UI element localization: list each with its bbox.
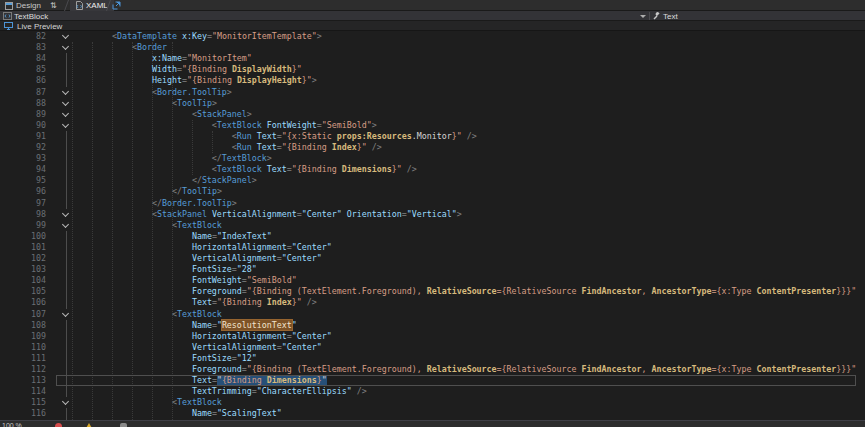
code-line-text[interactable]: Foreground="{Binding (TextElement.Foregr… (72, 286, 856, 297)
code-line[interactable]: 93 </TextBlock> (0, 153, 865, 164)
line-number[interactable]: 116 (0, 408, 46, 419)
line-number[interactable]: 114 (0, 386, 46, 397)
code-line[interactable]: 108 Name="ResolutionText" (0, 320, 865, 331)
code-line[interactable]: 113 Text="{Binding Dimensions}" (0, 375, 865, 386)
code-line[interactable]: 115 <TextBlock (0, 397, 865, 408)
code-line-text[interactable]: Text="{Binding Index}" /> (72, 297, 317, 308)
code-line[interactable]: 89 <StackPanel> (0, 109, 865, 120)
line-number[interactable]: 85 (0, 64, 46, 75)
code-line[interactable]: 98 <StackPanel VerticalAlignment="Center… (0, 209, 865, 220)
code-line-text[interactable]: Name="ScalingText" (72, 408, 282, 419)
line-number[interactable]: 91 (0, 131, 46, 142)
code-line[interactable]: 92 <Run Text="{Binding Index}" /> (0, 142, 865, 153)
element-dropdown[interactable]: TextBlock (14, 11, 48, 21)
code-line[interactable]: 114 TextTrimming="CharacterEllipsis" /> (0, 386, 865, 397)
line-number[interactable]: 82 (0, 31, 46, 42)
code-line[interactable]: 88 <ToolTip> (0, 98, 865, 109)
code-line[interactable]: 82 <DataTemplate x:Key="MonitorItemTempl… (0, 31, 865, 42)
code-line-text[interactable]: <Run Text="{Binding Index}" /> (72, 142, 382, 153)
code-line-text[interactable]: HorizontalAlignment="Center" (72, 331, 332, 342)
line-number[interactable]: 110 (0, 342, 46, 353)
line-number[interactable]: 111 (0, 353, 46, 364)
popout-window-button[interactable] (112, 1, 121, 10)
code-line[interactable]: 103 FontSize="28" (0, 264, 865, 275)
code-line-text[interactable]: <DataTemplate x:Key="MonitorItemTemplate… (72, 31, 322, 42)
code-line-text[interactable]: </Border.ToolTip> (72, 198, 237, 209)
line-number[interactable]: 95 (0, 175, 46, 186)
line-number[interactable]: 96 (0, 186, 46, 197)
code-line[interactable]: 99 <TextBlock (0, 220, 865, 231)
code-line[interactable]: 107 <TextBlock (0, 309, 865, 320)
line-number[interactable]: 89 (0, 109, 46, 120)
code-line[interactable]: 84 x:Name="MonitorItem" (0, 53, 865, 64)
line-number[interactable]: 101 (0, 242, 46, 253)
line-number[interactable]: 99 (0, 220, 46, 231)
collapse-chevron-icon[interactable] (60, 209, 72, 220)
collapse-chevron-icon[interactable] (60, 120, 72, 131)
xaml-code-editor[interactable]: 82 <DataTemplate x:Key="MonitorItemTempl… (0, 31, 865, 420)
code-line-text[interactable]: FontWeight="SemiBold" (72, 275, 297, 286)
code-line[interactable]: 94 <TextBlock Text="{Binding Dimensions}… (0, 164, 865, 175)
code-line[interactable]: 110 VerticalAlignment="Center" (0, 342, 865, 353)
code-line-text[interactable]: x:Name="MonitorItem" (72, 53, 252, 64)
line-number[interactable]: 92 (0, 142, 46, 153)
zoom-level[interactable]: 100 % (2, 422, 22, 427)
line-number[interactable]: 108 (0, 320, 46, 331)
code-line[interactable]: 106 Text="{Binding Index}" /> (0, 297, 865, 308)
code-line[interactable]: 86 Height="{Binding DisplayHeight}"> (0, 75, 865, 86)
code-line-text[interactable]: <TextBlock (72, 309, 222, 320)
code-line-text[interactable]: Width="{Binding DisplayWidth}" (72, 64, 302, 75)
code-line-text[interactable]: TextTrimming="CharacterEllipsis" /> (72, 386, 367, 397)
code-line[interactable]: 83 <Border (0, 42, 865, 53)
code-line[interactable]: 109 HorizontalAlignment="Center" (0, 331, 865, 342)
line-number[interactable]: 94 (0, 164, 46, 175)
line-number[interactable]: 106 (0, 297, 46, 308)
code-line-text[interactable]: Name="IndexText" (72, 231, 272, 242)
line-number[interactable]: 100 (0, 231, 46, 242)
code-line-text[interactable]: <Run Text="{x:Static props:Resources.Mon… (72, 131, 477, 142)
code-line[interactable]: 102 VerticalAlignment="Center" (0, 253, 865, 264)
collapse-chevron-icon[interactable] (60, 31, 72, 42)
code-line[interactable]: 101 HorizontalAlignment="Center" (0, 242, 865, 253)
code-line-text[interactable]: <Border (72, 42, 167, 53)
code-line[interactable]: 96 </ToolTip> (0, 186, 865, 197)
code-line[interactable]: 97 </Border.ToolTip> (0, 198, 865, 209)
code-line[interactable]: 100 Name="IndexText" (0, 231, 865, 242)
code-line-text[interactable]: FontSize="28" (72, 264, 257, 275)
code-line-text[interactable]: Height="{Binding DisplayHeight}"> (72, 75, 317, 86)
code-line-text[interactable]: </TextBlock> (72, 153, 272, 164)
code-line-text[interactable]: <ToolTip> (72, 98, 217, 109)
collapse-chevron-icon[interactable] (60, 397, 72, 408)
line-number[interactable]: 112 (0, 364, 46, 375)
code-line[interactable]: 91 <Run Text="{x:Static props:Resources.… (0, 131, 865, 142)
swap-panes-button[interactable]: ⇅ (50, 0, 57, 11)
code-line[interactable]: 90 <TextBlock FontWeight="SemiBold"> (0, 120, 865, 131)
line-number[interactable]: 109 (0, 331, 46, 342)
member-dropdown[interactable]: Text (663, 11, 678, 21)
line-number[interactable]: 84 (0, 53, 46, 64)
line-number[interactable]: 90 (0, 120, 46, 131)
code-line[interactable]: 95 </StackPanel> (0, 175, 865, 186)
line-number[interactable]: 87 (0, 87, 46, 98)
line-number[interactable]: 113 (0, 375, 46, 386)
code-line-text[interactable]: <TextBlock Text="{Binding Dimensions}" /… (72, 164, 417, 175)
code-line[interactable]: 112 Foreground="{Binding (TextElement.Fo… (0, 364, 865, 375)
code-line[interactable]: 85 Width="{Binding DisplayWidth}" (0, 64, 865, 75)
line-number[interactable]: 83 (0, 42, 46, 53)
line-number[interactable]: 88 (0, 98, 46, 109)
code-line[interactable]: 87 <Border.ToolTip> (0, 87, 865, 98)
code-line-text[interactable]: </ToolTip> (72, 186, 222, 197)
code-line[interactable]: 116 Name="ScalingText" (0, 408, 865, 419)
code-line-text[interactable]: <TextBlock (72, 397, 222, 408)
tab-live-preview[interactable]: Live Preview (4, 21, 62, 31)
code-line-text[interactable]: FontSize="12" (72, 353, 257, 364)
code-line[interactable]: 104 FontWeight="SemiBold" (0, 275, 865, 286)
message-icon[interactable] (120, 423, 127, 427)
code-line-text[interactable]: <StackPanel> (72, 109, 252, 120)
code-line[interactable]: 105 Foreground="{Binding (TextElement.Fo… (0, 286, 865, 297)
warning-icon[interactable] (85, 423, 93, 427)
line-number[interactable]: 104 (0, 275, 46, 286)
code-line-text[interactable]: <TextBlock (72, 220, 222, 231)
line-number[interactable]: 105 (0, 286, 46, 297)
line-number[interactable]: 97 (0, 198, 46, 209)
